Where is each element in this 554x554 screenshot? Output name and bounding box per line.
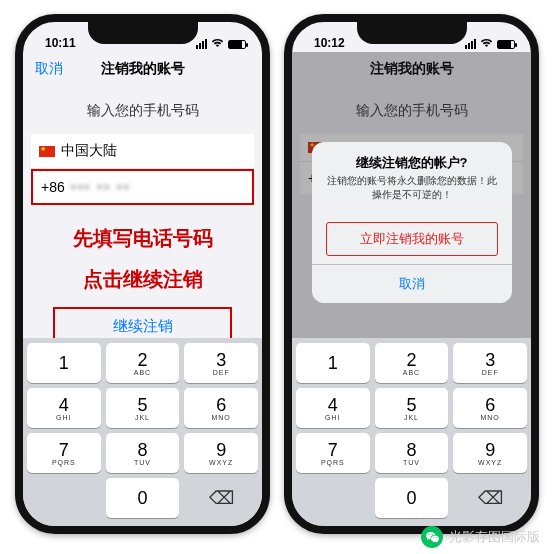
page-title: 注销我的账号 bbox=[101, 60, 185, 78]
keypad-key-9[interactable]: 9WXYZ bbox=[184, 433, 258, 473]
keypad-key-2[interactable]: 2ABC bbox=[375, 343, 449, 383]
watermark-text: 光影存图国际版 bbox=[449, 528, 540, 546]
country-label: 中国大陆 bbox=[61, 142, 117, 160]
battery-icon bbox=[497, 40, 515, 49]
phone-input-row[interactable]: +86 ••• •• •• bbox=[31, 169, 254, 205]
wifi-icon bbox=[480, 38, 493, 50]
numeric-keypad: 12ABC3DEF4GHI5JKL6MNO7PQRS8TUV9WXYZ0⌫ bbox=[23, 338, 262, 526]
keypad-key-9[interactable]: 9WXYZ bbox=[453, 433, 527, 473]
keypad-key-6[interactable]: 6MNO bbox=[184, 388, 258, 428]
keypad-key-4[interactable]: 4GHI bbox=[296, 388, 370, 428]
keypad-delete[interactable]: ⌫ bbox=[184, 478, 258, 518]
signal-icon bbox=[196, 39, 207, 49]
keypad-key-7[interactable]: 7PQRS bbox=[27, 433, 101, 473]
keypad-key-0[interactable]: 0 bbox=[106, 478, 180, 518]
flag-icon bbox=[39, 146, 55, 157]
phone-left: 10:11 取消 注销我的账号 输入您的手机号码 中国大陆 +86 ••• ••… bbox=[15, 14, 270, 534]
keypad-key-5[interactable]: 5JKL bbox=[375, 388, 449, 428]
keypad-key-1[interactable]: 1 bbox=[27, 343, 101, 383]
keypad-key-0[interactable]: 0 bbox=[375, 478, 449, 518]
numeric-keypad: 12ABC3DEF4GHI5JKL6MNO7PQRS8TUV9WXYZ0⌫ bbox=[292, 338, 531, 526]
notch bbox=[88, 22, 198, 44]
keypad-key-2[interactable]: 2ABC bbox=[106, 343, 180, 383]
nav-bar: 取消 注销我的账号 bbox=[23, 52, 262, 86]
keypad-key-1[interactable]: 1 bbox=[296, 343, 370, 383]
keypad-blank bbox=[27, 478, 101, 518]
watermark: 光影存图国际版 bbox=[421, 526, 540, 548]
notch bbox=[357, 22, 467, 44]
keypad-key-8[interactable]: 8TUV bbox=[106, 433, 180, 473]
wechat-icon bbox=[421, 526, 443, 548]
battery-icon bbox=[228, 40, 246, 49]
keypad-blank bbox=[296, 478, 370, 518]
alert-message: 注销您的账号将永久删除您的数据！此操作是不可逆的！ bbox=[312, 174, 512, 214]
status-time: 10:11 bbox=[45, 36, 76, 50]
country-selector[interactable]: 中国大陆 bbox=[31, 134, 254, 169]
keypad-key-4[interactable]: 4GHI bbox=[27, 388, 101, 428]
country-code: +86 bbox=[41, 179, 65, 195]
keypad-key-5[interactable]: 5JKL bbox=[106, 388, 180, 428]
alert-confirm-button[interactable]: 立即注销我的账号 bbox=[326, 222, 498, 256]
keypad-key-7[interactable]: 7PQRS bbox=[296, 433, 370, 473]
keypad-delete[interactable]: ⌫ bbox=[453, 478, 527, 518]
phone-right: 10:12 注销我的账号 输入您的手机号码 bbox=[284, 14, 539, 534]
alert-cancel-button[interactable]: 取消 bbox=[312, 264, 512, 303]
phone-fields: 中国大陆 +86 ••• •• •• bbox=[31, 134, 254, 205]
cancel-button[interactable]: 取消 bbox=[35, 60, 63, 78]
annotation-fill-phone: 先填写电话号码 bbox=[23, 225, 262, 252]
keypad-key-3[interactable]: 3DEF bbox=[184, 343, 258, 383]
keypad-key-6[interactable]: 6MNO bbox=[453, 388, 527, 428]
subtitle: 输入您的手机号码 bbox=[23, 102, 262, 120]
signal-icon bbox=[465, 39, 476, 49]
keypad-key-3[interactable]: 3DEF bbox=[453, 343, 527, 383]
confirm-alert: 继续注销您的帐户? 注销您的账号将永久删除您的数据！此操作是不可逆的！ 立即注销… bbox=[312, 142, 512, 303]
wifi-icon bbox=[211, 38, 224, 50]
alert-title: 继续注销您的帐户? bbox=[312, 142, 512, 174]
status-time: 10:12 bbox=[314, 36, 345, 50]
annotation-tap-continue: 点击继续注销 bbox=[23, 266, 262, 293]
keypad-key-8[interactable]: 8TUV bbox=[375, 433, 449, 473]
phone-input[interactable]: ••• •• •• bbox=[71, 179, 244, 195]
